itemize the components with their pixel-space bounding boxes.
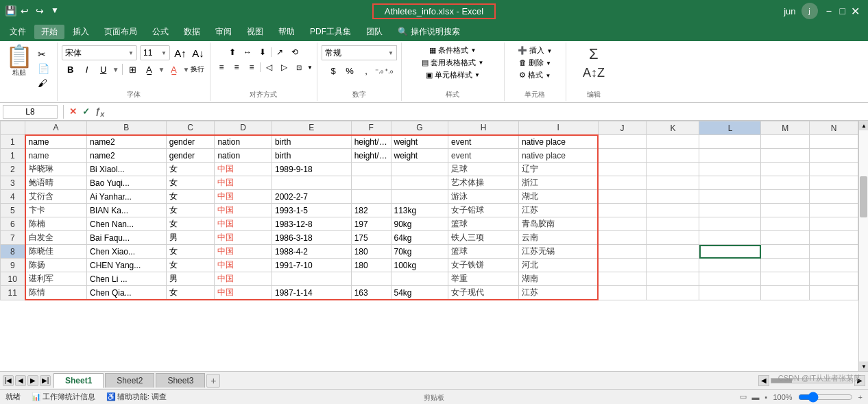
cell-h1[interactable]: event: [448, 135, 519, 149]
cell-F7[interactable]: 197: [351, 217, 391, 231]
cell-H6[interactable]: 女子铅球: [448, 204, 519, 217]
col-E[interactable]: E: [272, 121, 351, 135]
decrease-font-btn[interactable]: A↓: [191, 45, 206, 60]
cell-B3[interactable]: Bi Xiaol...: [87, 163, 167, 176]
align-right-btn[interactable]: ≡: [245, 60, 258, 74]
cell-G4[interactable]: [391, 176, 448, 190]
cell-L5[interactable]: [699, 190, 761, 204]
cell-k1[interactable]: [647, 135, 699, 149]
underline-button[interactable]: U: [96, 62, 111, 77]
menu-pdf[interactable]: PDF工具集: [303, 25, 358, 39]
fill-color-button[interactable]: A̲: [142, 62, 157, 77]
cell-J8[interactable]: [598, 231, 647, 245]
font-name-selector[interactable]: 宋体▼: [62, 45, 137, 60]
sheet-tab-2[interactable]: Sheet2: [105, 373, 154, 388]
font-color-arrow[interactable]: ▼: [182, 66, 189, 73]
cell-M2[interactable]: [761, 149, 810, 163]
cell-J10[interactable]: [598, 259, 647, 272]
cell-D11[interactable]: 中国: [215, 272, 272, 286]
currency-btn[interactable]: $: [326, 63, 341, 78]
bold-button[interactable]: B: [63, 62, 78, 77]
cell-G9[interactable]: 70kg: [391, 245, 448, 259]
redo-icon[interactable]: ↪: [36, 5, 47, 16]
cell-C7[interactable]: 女: [166, 217, 215, 231]
percent-btn[interactable]: %: [342, 63, 357, 78]
horizontal-scroll[interactable]: ◀ ▶: [758, 375, 865, 386]
cell-G3[interactable]: [391, 163, 448, 176]
undo-icon[interactable]: ↩: [21, 5, 32, 16]
restore-btn[interactable]: □: [840, 5, 845, 16]
cell-E11[interactable]: [272, 272, 351, 286]
cell-C2[interactable]: gender: [166, 149, 215, 163]
cond-format-btn[interactable]: ▦ 条件格式 ▼: [429, 45, 476, 56]
scroll-right-btn[interactable]: ▶: [854, 375, 865, 386]
autosum-btn[interactable]: Σ: [589, 45, 599, 63]
cell-D3[interactable]: 中国: [215, 163, 272, 176]
cell-I5[interactable]: 湖北: [518, 190, 598, 204]
cell-J12[interactable]: [598, 286, 647, 300]
cell-E9[interactable]: 1988-4-2: [272, 245, 351, 259]
cell-K6[interactable]: [647, 204, 699, 217]
col-L[interactable]: L: [699, 121, 761, 135]
cell-C5[interactable]: 女: [166, 190, 215, 204]
sheet-tab-1[interactable]: Sheet1: [53, 373, 104, 388]
increase-decimal-btn[interactable]: ⁺.₀: [385, 67, 393, 75]
menu-search[interactable]: 🔍 操作说明搜索: [391, 25, 467, 39]
cell-H7[interactable]: 篮球: [448, 217, 519, 231]
cell-J4[interactable]: [598, 176, 647, 190]
cell-C9[interactable]: 女: [166, 245, 215, 259]
row-num-8[interactable]: 7: [1, 231, 25, 245]
cell-E4[interactable]: [272, 176, 351, 190]
cell-F2[interactable]: height/cm: [351, 149, 391, 163]
cell-M8[interactable]: [761, 231, 810, 245]
cell-A8[interactable]: 白发全: [25, 231, 87, 245]
cell-B4[interactable]: Bao Yuqi...: [87, 176, 167, 190]
cell-K4[interactable]: [647, 176, 699, 190]
cell-d1[interactable]: nation: [215, 135, 272, 149]
cell-A12[interactable]: 陈情: [25, 286, 87, 300]
cell-E5[interactable]: 2002-2-7: [272, 190, 351, 204]
cell-F6[interactable]: 182: [351, 204, 391, 217]
cell-N12[interactable]: [810, 286, 858, 300]
cell-I4[interactable]: 浙江: [518, 176, 598, 190]
cell-E8[interactable]: 1986-3-18: [272, 231, 351, 245]
customize-icon[interactable]: ▼: [51, 5, 62, 16]
h-scroll-thumb[interactable]: [771, 379, 792, 383]
prev-sheet-btn[interactable]: ◀: [15, 375, 26, 386]
col-J[interactable]: J: [598, 121, 647, 135]
insert-cells-btn[interactable]: ➕ 插入 ▼: [518, 45, 552, 56]
cell-D5[interactable]: 中国: [215, 190, 272, 204]
cell-M3[interactable]: [761, 163, 810, 176]
cell-a1[interactable]: name: [25, 135, 87, 149]
cell-G5[interactable]: [391, 190, 448, 204]
cell-B7[interactable]: Chen Nan...: [87, 217, 167, 231]
menu-layout[interactable]: 页面布局: [97, 25, 144, 39]
menu-insert[interactable]: 插入: [66, 25, 96, 39]
cell-A7[interactable]: 陈楠: [25, 217, 87, 231]
cell-D4[interactable]: 中国: [215, 176, 272, 190]
cell-N10[interactable]: [810, 259, 858, 272]
sort-btn[interactable]: A↕Z: [583, 66, 605, 80]
row-num-11[interactable]: 10: [1, 272, 25, 286]
cell-C4[interactable]: 女: [166, 176, 215, 190]
cell-J11[interactable]: [598, 272, 647, 286]
cell-H11[interactable]: 举重: [448, 272, 519, 286]
cell-B6[interactable]: BIAN Ka...: [87, 204, 167, 217]
cell-G2[interactable]: weight: [391, 149, 448, 163]
increase-font-btn[interactable]: A↑: [173, 45, 188, 60]
menu-formula[interactable]: 公式: [145, 25, 176, 39]
cell-I9[interactable]: 江苏无锡: [518, 245, 598, 259]
cell-I6[interactable]: 江苏: [518, 204, 598, 217]
cell-N4[interactable]: [810, 176, 858, 190]
insert-function-btn[interactable]: ƒx: [95, 106, 104, 118]
col-I[interactable]: I: [518, 121, 598, 135]
cell-L9[interactable]: [699, 245, 761, 259]
increase-indent-btn[interactable]: ▷: [277, 60, 291, 74]
cell-L2[interactable]: [699, 149, 761, 163]
cell-A5[interactable]: 艾衍含: [25, 190, 87, 204]
cell-G11[interactable]: [391, 272, 448, 286]
border-button[interactable]: ⊞: [125, 62, 141, 77]
cell-N7[interactable]: [810, 217, 858, 231]
confirm-formula-btn[interactable]: ✓: [82, 106, 90, 117]
cell-N11[interactable]: [810, 272, 858, 286]
